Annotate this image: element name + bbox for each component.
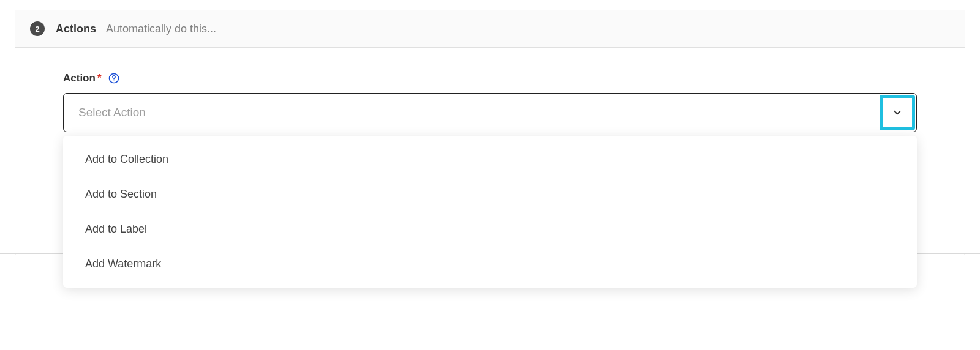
svg-point-1 [113,81,114,81]
dropdown-option-add-to-section[interactable]: Add to Section [63,177,914,212]
action-select[interactable]: Select Action [63,93,917,132]
action-dropdown-menu: Add to Collection Add to Section Add to … [63,136,917,288]
action-field-label: Action [63,72,96,84]
action-select-wrapper: Select Action Add to Collection Add to S… [63,93,917,132]
action-select-placeholder: Select Action [78,106,146,119]
dropdown-option-add-to-label[interactable]: Add to Label [63,212,914,247]
dropdown-option-label: Add to Label [85,223,147,235]
section-title: Actions [56,23,96,35]
dropdown-scroll[interactable]: Add to Collection Add to Section Add to … [63,142,917,281]
section-subtitle: Automatically do this... [106,23,216,35]
field-label-row: Action * [63,72,917,84]
actions-panel: 2 Actions Automatically do this... Actio… [15,10,965,255]
chevron-down-icon [892,107,903,118]
dropdown-option-label: Add to Section [85,188,157,200]
section-header: 2 Actions Automatically do this... [15,10,965,48]
help-circle-icon[interactable] [108,72,120,84]
step-number-badge: 2 [30,21,45,36]
dropdown-option-add-watermark[interactable]: Add Watermark [63,247,914,281]
dropdown-option-label: Add to Collection [85,153,168,165]
section-body: Action * Select Action [15,48,965,255]
dropdown-option-label: Add Watermark [85,258,161,270]
required-asterisk: * [97,72,102,84]
dropdown-option-add-to-collection[interactable]: Add to Collection [63,142,914,177]
step-number: 2 [35,24,39,34]
dropdown-toggle-highlight [880,95,915,130]
